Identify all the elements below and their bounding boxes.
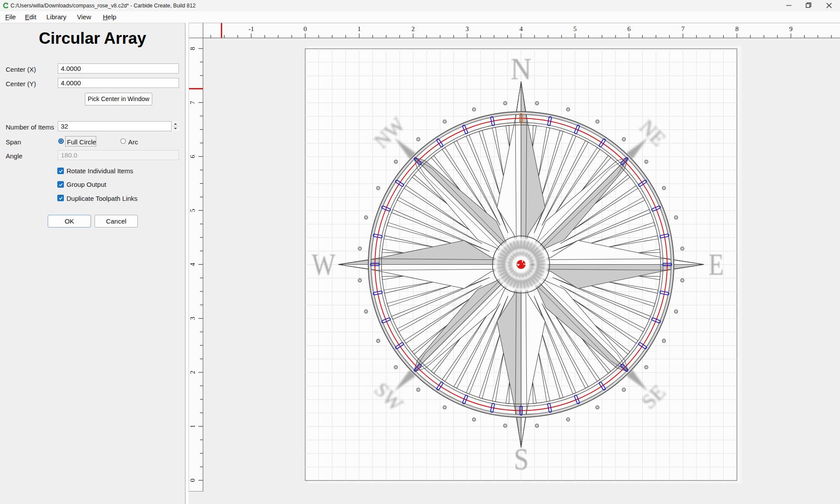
svg-text:1: 1 xyxy=(357,25,361,32)
svg-text:0: 0 xyxy=(189,479,196,482)
svg-text:8: 8 xyxy=(189,47,196,50)
svg-text:8: 8 xyxy=(735,25,739,32)
svg-text:3: 3 xyxy=(189,317,196,320)
svg-text:1: 1 xyxy=(189,425,196,428)
svg-text:W: W xyxy=(312,248,336,281)
svg-text:6: 6 xyxy=(627,25,631,32)
svg-text:6: 6 xyxy=(189,154,196,158)
svg-text:4: 4 xyxy=(519,25,523,32)
svg-text:N: N xyxy=(511,52,532,86)
svg-text:7: 7 xyxy=(681,25,685,32)
svg-text:3: 3 xyxy=(466,25,469,32)
svg-text:9: 9 xyxy=(789,25,793,32)
svg-text:0: 0 xyxy=(304,25,307,32)
svg-text:4: 4 xyxy=(189,262,196,266)
svg-text:7: 7 xyxy=(189,101,196,104)
svg-text:E: E xyxy=(709,248,724,281)
svg-text:2: 2 xyxy=(189,371,196,374)
svg-text:5: 5 xyxy=(189,209,196,212)
svg-text:5: 5 xyxy=(574,25,577,32)
svg-text:-1: -1 xyxy=(248,25,254,32)
svg-text:2: 2 xyxy=(412,25,415,32)
